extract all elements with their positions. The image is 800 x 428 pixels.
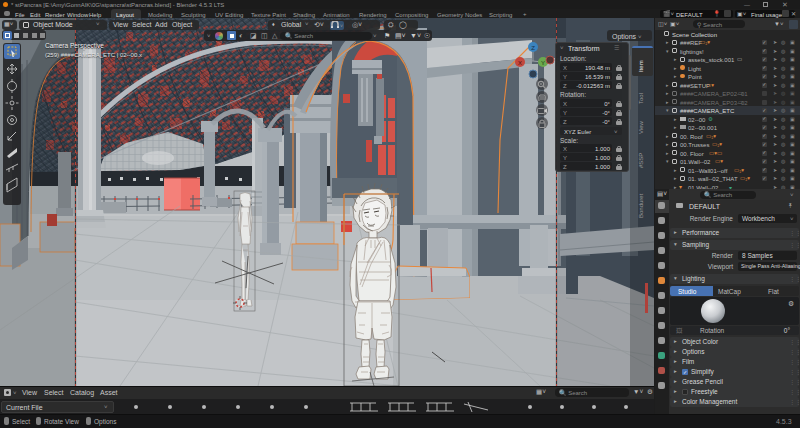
svg-text:Z: Z — [531, 45, 535, 51]
svg-text:Y: Y — [541, 60, 545, 66]
svg-text:˅: ˅ — [340, 22, 343, 28]
svg-text:X: X — [518, 60, 522, 66]
